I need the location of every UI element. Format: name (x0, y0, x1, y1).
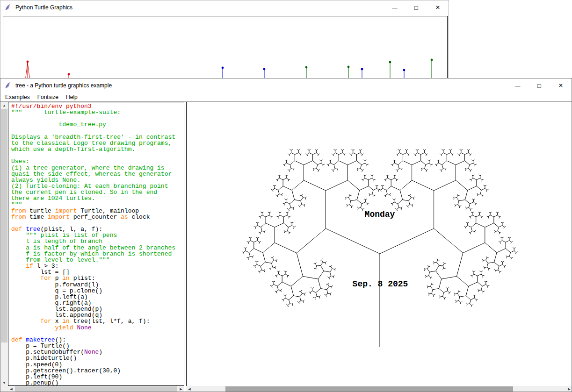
fg-window-title: tree - a Python turtle graphics example (15, 82, 112, 89)
scroll-down-icon[interactable]: ▼ (1, 379, 7, 386)
scroll-right-icon[interactable]: ▶ (566, 386, 572, 392)
canvas-hscroll-thumb[interactable] (225, 386, 513, 392)
tk-feather-icon (4, 4, 12, 11)
drawing-turtle-6 (361, 68, 363, 78)
drawing-turtle-4 (305, 66, 308, 78)
fg-window-controls: — □ ✕ (507, 78, 572, 93)
code-hscroll-thumb[interactable] (15, 386, 177, 392)
date-label: Sep. 8 2025 (353, 279, 408, 289)
bg-window-title: Python Turtle Graphics (15, 4, 72, 11)
scroll-left-icon[interactable]: ◀ (186, 386, 193, 392)
paned-content: ▲ ▼ #!/usr/bin/env python3""" turtle-exa… (0, 102, 572, 392)
drawing-turtle-0 (25, 61, 30, 78)
monday-label: Monday (365, 210, 395, 219)
code-text: #!/usr/bin/env python3""" turtle-example… (11, 103, 184, 386)
drawing-turtle-8 (403, 69, 405, 78)
drawing-turtle-1 (68, 73, 70, 78)
drawing-turtle-9 (431, 59, 433, 78)
bg-window-controls: — □ ✕ (384, 0, 449, 14)
canvas-horizontal-scrollbar[interactable]: ◀ ▶ (186, 386, 572, 392)
code-horizontal-scrollbar[interactable]: ◀ ▶ (8, 386, 184, 392)
fractal-tree-svg (187, 102, 572, 386)
bg-canvas-svg (3, 16, 447, 78)
code-editor[interactable]: #!/usr/bin/env python3""" turtle-example… (8, 102, 184, 386)
code-vscroll-thumb[interactable] (1, 109, 7, 342)
scroll-right-icon[interactable]: ▶ (178, 386, 184, 392)
drawing-turtle-7 (389, 61, 391, 78)
code-line: tdemo_tree.py (11, 121, 184, 128)
drawing-turtle-2 (222, 67, 224, 78)
background-window: Python Turtle Graphics — □ ✕ (0, 0, 449, 78)
tree-example-window: tree - a Python turtle graphics example … (0, 78, 572, 392)
code-line: from time import perf_counter as clock (11, 214, 184, 220)
bg-titlebar[interactable]: Python Turtle Graphics — □ ✕ (0, 0, 449, 14)
fg-minimize-button[interactable]: — (507, 78, 529, 93)
menu-bar: Examples Fontsize Help (0, 93, 572, 102)
drawing-turtle-3 (263, 68, 266, 78)
bg-minimize-button[interactable]: — (384, 0, 405, 14)
scroll-left-icon[interactable]: ◀ (8, 386, 14, 392)
code-line: p.penup() (11, 380, 184, 386)
bg-turtle-canvas (3, 16, 448, 78)
menu-fontsize[interactable]: Fontsize (34, 93, 62, 101)
fg-maximize-button[interactable]: □ (529, 78, 550, 93)
code-line (11, 152, 184, 158)
menu-examples[interactable]: Examples (1, 93, 34, 101)
drawing-turtle-5 (348, 66, 350, 78)
code-vertical-scrollbar[interactable]: ▲ ▼ (0, 102, 8, 386)
turtle-canvas: MondaySep. 8 2025 (186, 102, 572, 386)
menu-help[interactable]: Help (62, 93, 81, 101)
code-line: yield None (11, 325, 184, 331)
tk-feather-icon (4, 82, 12, 89)
code-line: there are 1024 turtles. (11, 195, 184, 201)
fg-close-button[interactable]: ✕ (550, 78, 572, 93)
scroll-up-icon[interactable]: ▲ (1, 102, 7, 108)
code-line: which use a depth-first-algorithm. (11, 146, 184, 152)
code-line: """ turtle-example-suite: (11, 109, 184, 115)
bg-maximize-button[interactable]: □ (405, 0, 427, 14)
bg-close-button[interactable]: ✕ (427, 0, 449, 14)
fg-titlebar[interactable]: tree - a Python turtle graphics example … (0, 78, 572, 93)
scrollbar-corner (0, 386, 8, 392)
